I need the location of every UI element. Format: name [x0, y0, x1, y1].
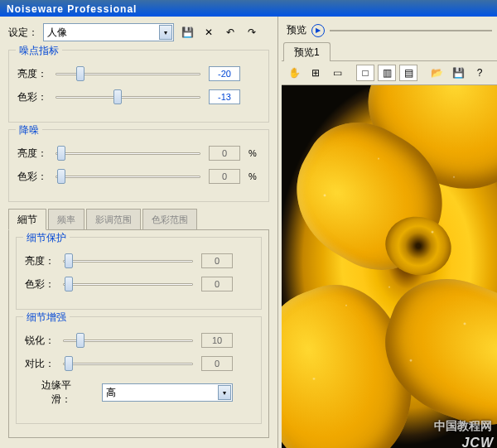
color-value[interactable]: -13	[209, 89, 240, 104]
settings-label: 设定：	[8, 26, 38, 40]
sharpen-value[interactable]: 10	[201, 333, 233, 348]
tab-content: 细节保护 亮度： 0 色彩： 0	[8, 230, 269, 438]
preview-panel: 预览 ▶ 预览1 ✋ ⊞ ▭ □ ▥ ▤ 📂 💾 ?	[277, 17, 497, 448]
preview-header: 预览 ▶	[282, 22, 497, 42]
window-title: Noiseware Professional	[7, 3, 137, 15]
preview-image[interactable]: 中国教程网 JCW	[282, 85, 497, 448]
denoise-brightness-slider[interactable]	[55, 145, 200, 161]
watermark-text: 中国教程网	[434, 419, 492, 434]
detail-enhance-legend: 细节增强	[23, 311, 70, 325]
tab-tone-range[interactable]: 影调范围	[86, 209, 141, 229]
denoise-brightness-label: 亮度：	[17, 147, 47, 161]
redo-icon[interactable]: ↷	[244, 24, 260, 41]
brightness-slider[interactable]	[55, 65, 200, 82]
denoise-legend: 降噪	[16, 123, 42, 137]
detail-enhance-group: 细节增强 锐化： 10 对比： 0	[16, 316, 262, 424]
tab-color-range[interactable]: 色彩范围	[142, 209, 197, 229]
dp-brightness-value[interactable]: 0	[201, 253, 233, 268]
tab-frequency[interactable]: 频率	[48, 209, 84, 229]
preview-seek[interactable]	[330, 30, 492, 31]
save-preview-icon[interactable]: 💾	[449, 65, 467, 81]
tab-detail[interactable]: 細节	[8, 209, 46, 230]
preview-toolbar: ✋ ⊞ ▭ □ ▥ ▤ 📂 💾 ?	[282, 61, 497, 85]
controls-panel: 设定： 人像 ▾ 💾 ✕ ↶ ↷ 噪点指标 亮度： -20 色彩：	[0, 17, 277, 448]
detail-protect-legend: 细节保护	[23, 231, 70, 245]
preview-label: 预览	[287, 23, 306, 37]
dp-brightness-label: 亮度：	[25, 254, 55, 268]
denoise-group: 降噪 亮度： 0 % 色彩： 0 %	[8, 129, 269, 202]
edge-smooth-label: 边缘平滑：	[25, 378, 71, 407]
dp-color-slider[interactable]	[63, 276, 193, 292]
save-icon[interactable]: 💾	[179, 24, 195, 41]
preview-tab-1[interactable]: 预览1	[283, 42, 331, 61]
brightness-label: 亮度：	[17, 67, 47, 81]
fit-icon[interactable]: ⊞	[306, 65, 325, 81]
tab-row: 細节 频率 影调范围 色彩范围	[8, 209, 269, 230]
denoise-color-label: 色彩：	[17, 170, 47, 184]
settings-row: 设定： 人像 ▾ 💾 ✕ ↶ ↷	[8, 23, 269, 41]
edge-smooth-value: 高	[106, 386, 116, 400]
color-label: 色彩：	[17, 90, 47, 104]
dp-brightness-slider[interactable]	[63, 253, 193, 269]
delete-icon[interactable]: ✕	[200, 24, 217, 41]
preset-dropdown[interactable]: 人像 ▾	[43, 23, 174, 41]
play-icon[interactable]: ▶	[311, 24, 325, 37]
edge-smooth-dropdown[interactable]: 高 ▾	[102, 383, 233, 402]
noise-index-group: 噪点指标 亮度： -20 色彩： -13	[8, 50, 269, 123]
open-icon[interactable]: 📂	[427, 65, 446, 81]
sharpen-label: 锐化：	[25, 334, 55, 348]
denoise-brightness-value[interactable]: 0	[209, 146, 240, 161]
contrast-slider[interactable]	[63, 355, 193, 372]
color-slider[interactable]	[55, 89, 200, 105]
denoise-color-value[interactable]: 0	[209, 169, 240, 184]
preview-tab-row: 预览1	[282, 42, 497, 61]
percent-unit: %	[248, 148, 260, 158]
undo-icon[interactable]: ↶	[222, 24, 239, 41]
chevron-down-icon: ▾	[218, 385, 231, 400]
dp-color-label: 色彩：	[25, 277, 55, 291]
denoise-color-slider[interactable]	[55, 168, 200, 185]
sharpen-slider[interactable]	[63, 332, 193, 349]
hand-tool-icon[interactable]: ✋	[285, 65, 303, 81]
watermark-logo: JCW	[461, 436, 494, 448]
brightness-value[interactable]: -20	[209, 66, 240, 81]
noise-index-legend: 噪点指标	[16, 44, 62, 58]
percent-unit: %	[248, 171, 260, 181]
dp-color-value[interactable]: 0	[201, 277, 233, 291]
view-splith-icon[interactable]: ▤	[399, 65, 417, 81]
chevron-down-icon: ▾	[159, 25, 172, 40]
region-icon[interactable]: ▭	[328, 65, 346, 81]
view-single-icon[interactable]: □	[356, 65, 374, 81]
window-titlebar: Noiseware Professional	[0, 0, 497, 17]
contrast-value[interactable]: 0	[201, 356, 233, 371]
view-splitv-icon[interactable]: ▥	[378, 65, 396, 81]
contrast-label: 对比：	[25, 357, 55, 371]
preset-value: 人像	[47, 26, 67, 40]
detail-protect-group: 细节保护 亮度： 0 色彩： 0	[16, 237, 262, 310]
help-icon[interactable]: ?	[470, 65, 489, 81]
